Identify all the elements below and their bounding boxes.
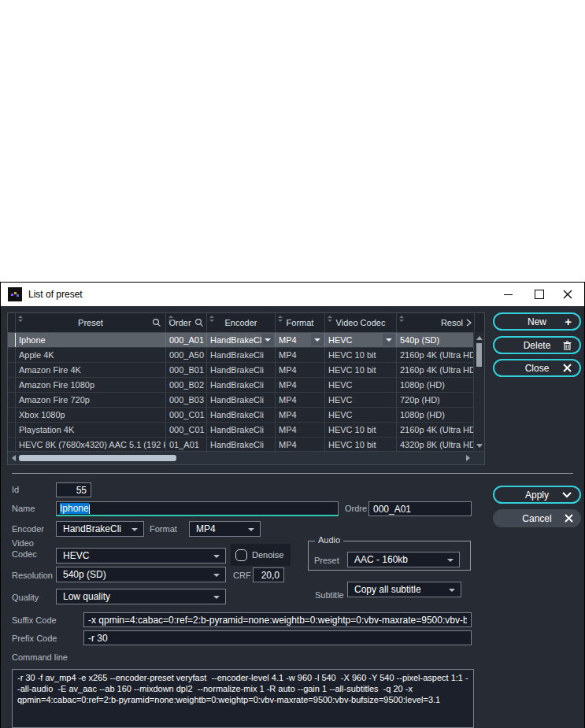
cell-video-codec: HEVC	[325, 378, 397, 392]
grid-header: Preset Order Encoder	[8, 313, 484, 333]
prefix-code-field[interactable]	[83, 630, 472, 645]
chevron-right-icon[interactable]	[465, 318, 472, 327]
format-label: Format	[150, 524, 177, 534]
sort-arrows-icon	[168, 316, 173, 323]
name-field[interactable]: Iphone	[56, 501, 339, 516]
delete-button[interactable]: Delete	[493, 336, 581, 354]
cell-format: MP4	[276, 348, 325, 362]
ordre-field[interactable]	[368, 501, 472, 516]
column-header-encoder[interactable]: Encoder	[207, 313, 276, 332]
table-row[interactable]: Amazon Fire 1080p 000_B02 HandBrakeCli M…	[8, 378, 484, 393]
cell-preset: Playstation 4K	[16, 423, 166, 437]
new-button-label: New	[528, 316, 546, 327]
cell-format: MP4	[276, 393, 325, 407]
cell-format: MP4	[276, 438, 325, 452]
cell-video-codec: HEVC 10 bit	[325, 348, 397, 362]
video-codec-dropdown[interactable]: HEVC	[56, 548, 226, 564]
scroll-up-icon[interactable]	[476, 336, 483, 340]
prefix-code-label: Prefix Code	[12, 634, 57, 643]
table-row[interactable]: Playstation 4K 000_C01 HandBrakeCli MP4 …	[8, 423, 484, 438]
video-codec-cell-dropdown-button[interactable]	[383, 334, 395, 346]
cell-order: 000_B01	[166, 363, 207, 377]
table-row[interactable]: Apple 4K 000_A50 HandBrakeCli MP4 HEVC 1…	[8, 348, 484, 363]
cancel-button[interactable]: Cancel	[493, 509, 581, 527]
subtitle-dropdown[interactable]: Copy all subtitle	[347, 582, 461, 597]
cell-resolution: 2160p 4K (Ultra HD)	[397, 423, 475, 437]
scroll-down-icon[interactable]	[476, 444, 483, 448]
titlebar[interactable]: List of preset	[1, 283, 584, 306]
column-header-order[interactable]: Order	[166, 313, 207, 332]
crf-field[interactable]	[253, 567, 284, 582]
chevron-down-icon	[449, 589, 455, 592]
suffix-code-field[interactable]	[83, 612, 472, 627]
search-icon[interactable]	[152, 318, 161, 327]
table-row[interactable]: Amazon Fire 720p 000_B03 HandBrakeCli MP…	[8, 393, 484, 408]
sort-arrows-icon	[209, 316, 214, 323]
resolution-dropdown[interactable]: 540p (SD)	[56, 567, 226, 582]
table-row[interactable]: Xbox 1080p 000_C01 HandBrakeCli MP4 HEVC…	[8, 408, 484, 423]
sort-arrows-icon	[278, 316, 283, 323]
table-row-selected[interactable]: Iphone 000_A01 HandBrakeCli MP4 HEVC 540…	[8, 333, 484, 348]
quality-dropdown[interactable]: Low quality	[56, 589, 226, 604]
maximize-button[interactable]	[526, 283, 553, 306]
column-header-resolution[interactable]: Resol	[397, 313, 475, 332]
minimize-button[interactable]	[494, 283, 521, 306]
cell-video-codec: HEVC	[325, 408, 397, 422]
close-window-button[interactable]	[554, 283, 581, 306]
audio-preset-dropdown[interactable]: AAC - 160kb	[347, 552, 460, 567]
encoder-value: HandBrakeCli	[63, 523, 121, 534]
format-dropdown[interactable]: MP4	[189, 521, 261, 537]
vertical-scrollbar-thumb[interactable]	[476, 343, 482, 367]
column-header-video-codec[interactable]: Video Codec	[325, 313, 397, 332]
cell-video-codec: HEVC 10 bit	[325, 438, 397, 452]
row-indicator	[8, 438, 16, 452]
id-label: Id	[12, 485, 19, 494]
sort-arrows-icon	[328, 316, 332, 323]
table-row[interactable]: Amazon Fire 4K 000_B01 HandBrakeCli MP4 …	[8, 363, 484, 378]
cell-format: MP4	[276, 333, 325, 347]
cell-format: MP4	[276, 378, 325, 392]
scroll-right-icon[interactable]	[466, 455, 470, 461]
command-line-textarea[interactable]: -r 30 -f av_mp4 -e x265 --encoder-preset…	[12, 669, 474, 728]
vertical-scrollbar[interactable]	[473, 332, 484, 452]
suffix-code-label: Suffix Code	[12, 615, 57, 625]
close-button-label: Close	[525, 363, 550, 374]
chevron-down-icon	[213, 596, 220, 599]
cell-video-codec: HEVC	[325, 393, 397, 407]
format-value: MP4	[196, 523, 216, 534]
scroll-left-icon[interactable]	[12, 455, 16, 461]
apply-button[interactable]: Apply	[493, 486, 581, 504]
denoise-checkbox[interactable]	[235, 549, 247, 561]
encoder-dropdown[interactable]: HandBrakeCli	[56, 521, 144, 537]
horizontal-scrollbar[interactable]	[8, 451, 484, 464]
window-title: List of preset	[28, 283, 83, 306]
search-icon[interactable]	[194, 318, 204, 327]
column-header-format[interactable]: Format	[276, 313, 325, 332]
sort-arrows-icon	[18, 316, 23, 323]
close-button[interactable]: Close	[493, 359, 581, 377]
column-label: Format	[287, 318, 314, 327]
format-cell-dropdown-button[interactable]	[311, 334, 324, 346]
cell-video-codec: HEVC	[325, 333, 397, 347]
quality-label: Quality	[12, 593, 39, 602]
cell-encoder: HandBrakeCli	[207, 333, 276, 347]
new-button[interactable]: New +	[493, 312, 581, 331]
row-indicator	[8, 408, 16, 422]
cell-encoder: HandBrakeCli	[207, 378, 276, 392]
column-label: Preset	[78, 318, 103, 327]
encoder-cell-dropdown-button[interactable]	[261, 334, 274, 346]
horizontal-scrollbar-thumb[interactable]	[19, 455, 176, 461]
screen: List of preset Preset	[0, 0, 585, 728]
cell-encoder: HandBrakeCli	[207, 348, 276, 362]
cell-video-codec: HEVC 10 bit	[325, 423, 397, 437]
minimize-icon	[504, 294, 513, 295]
id-field[interactable]	[56, 482, 91, 497]
denoise-label: Denoise	[252, 550, 283, 560]
cell-preset: Xbox 1080p	[16, 408, 166, 422]
column-header-preset[interactable]: Preset	[16, 313, 166, 332]
app-icon	[8, 287, 22, 301]
cell-preset: Apple 4K	[16, 348, 166, 362]
command-line-label: Command line	[12, 652, 68, 662]
chevron-down-icon	[386, 338, 392, 342]
text-cursor	[89, 504, 90, 514]
